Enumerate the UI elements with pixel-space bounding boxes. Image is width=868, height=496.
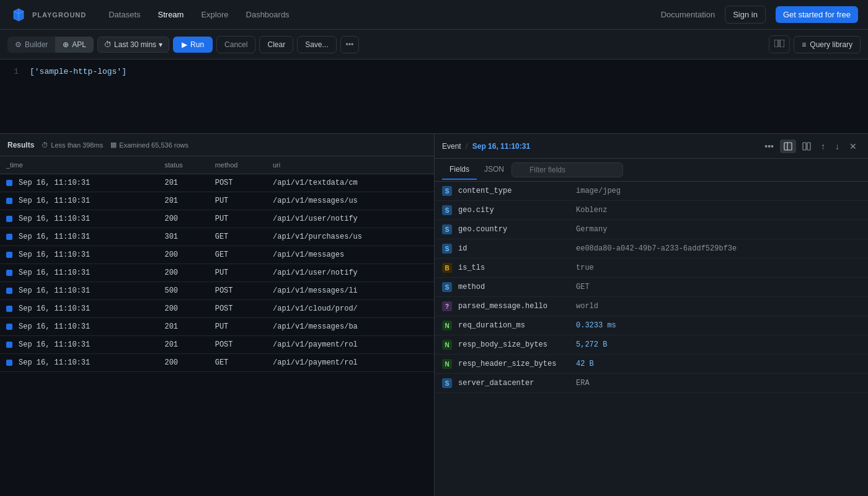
sign-in-button[interactable]: Sign in xyxy=(725,6,766,24)
close-detail-btn[interactable]: ✕ xyxy=(846,139,861,154)
svg-rect-5 xyxy=(807,143,810,150)
save-button[interactable]: Save... xyxy=(297,36,336,53)
svg-rect-1 xyxy=(780,40,784,47)
cell-method: PUT xyxy=(209,318,267,336)
table-row[interactable]: Sep 16, 11:10:31 200 POST /api/v1/cloud/… xyxy=(0,300,434,318)
cell-uri: /api/v1/payment/rol xyxy=(267,354,434,372)
field-row[interactable]: S server_datacenter ERA xyxy=(435,374,868,393)
field-row[interactable]: B is_tls true xyxy=(435,259,868,278)
field-row[interactable]: S content_type image/jpeg xyxy=(435,182,868,201)
field-row[interactable]: S geo.country Germany xyxy=(435,220,868,239)
cancel-button[interactable]: Cancel xyxy=(216,36,255,53)
cell-time: Sep 16, 11:10:31 xyxy=(0,246,158,264)
cell-method: GET xyxy=(209,228,267,246)
builder-button[interactable]: ⚙ Builder xyxy=(7,37,55,53)
cell-status: 200 xyxy=(158,264,208,282)
table-row[interactable]: Sep 16, 11:10:31 200 GET /api/v1/payment… xyxy=(0,354,434,372)
field-row[interactable]: S id ee08da80-a042-49b7-a233-6addf529bf3… xyxy=(435,239,868,259)
apl-button[interactable]: ⊕ APL xyxy=(55,37,94,53)
table-row[interactable]: Sep 16, 11:10:31 301 GET /api/v1/purchas… xyxy=(0,228,434,246)
next-event-btn[interactable]: ↓ xyxy=(831,139,843,154)
field-row[interactable]: N req_duration_ms 0.3233 ms xyxy=(435,316,868,335)
split-panel-btn[interactable] xyxy=(799,140,815,153)
table-row[interactable]: Sep 16, 11:10:31 200 PUT /api/v1/user/no… xyxy=(0,210,434,228)
field-row[interactable]: S method GET xyxy=(435,278,868,297)
field-value: GET xyxy=(576,283,861,291)
row-indicator xyxy=(6,270,12,276)
table-row[interactable]: Sep 16, 11:10:31 201 PUT /api/v1/message… xyxy=(0,192,434,210)
cell-status: 201 xyxy=(158,318,208,336)
cell-status: 201 xyxy=(158,174,208,192)
tab-json[interactable]: JSON xyxy=(477,160,512,180)
table-row[interactable]: Sep 16, 11:10:31 201 POST /api/v1/paymen… xyxy=(0,336,434,354)
field-row[interactable]: N resp_header_size_bytes 42 B xyxy=(435,355,868,374)
cell-uri: /api/v1/messages xyxy=(267,246,434,264)
prev-event-btn[interactable]: ↑ xyxy=(817,139,829,154)
field-value: true xyxy=(576,264,861,272)
main-container: ⚙ Builder ⊕ APL ⏱ Last 30 mins ▾ ▶ Run C… xyxy=(0,30,868,496)
cell-time: Sep 16, 11:10:31 xyxy=(0,192,158,210)
data-table: _time status method uri Sep 16, 11:10:31… xyxy=(0,156,434,372)
query-library-button[interactable]: ≡ Query library xyxy=(794,36,861,53)
time-picker[interactable]: ⏱ Last 30 mins ▾ xyxy=(97,37,169,53)
col-status: status xyxy=(158,156,208,174)
table-row[interactable]: Sep 16, 11:10:31 201 PUT /api/v1/message… xyxy=(0,318,434,336)
more-options-icon-btn[interactable]: ••• xyxy=(761,139,777,154)
nav-item-stream[interactable]: Stream xyxy=(151,6,192,23)
cell-method: POST xyxy=(209,336,267,354)
svg-rect-2 xyxy=(784,143,792,150)
field-value: Koblenz xyxy=(576,206,861,215)
single-panel-btn[interactable] xyxy=(780,140,796,153)
field-value: Germany xyxy=(576,225,861,234)
row-indicator xyxy=(6,342,12,348)
field-name: id xyxy=(458,244,570,253)
cell-uri: /api/v1/messages/li xyxy=(267,282,434,300)
editor-area[interactable]: 1 ['sample-http-logs'] xyxy=(0,60,868,134)
field-type-badge: S xyxy=(442,378,452,388)
editor-content[interactable]: ['sample-http-logs'] xyxy=(25,60,868,133)
clear-button[interactable]: Clear xyxy=(259,36,293,53)
cell-uri: /api/v1/user/notify xyxy=(267,210,434,228)
table-body: Sep 16, 11:10:31 201 POST /api/v1/textda… xyxy=(0,174,434,372)
get-started-button[interactable]: Get started for free xyxy=(776,6,858,23)
field-row[interactable]: N resp_body_size_bytes 5,272 B xyxy=(435,335,868,355)
row-indicator xyxy=(6,180,12,186)
field-type-badge: N xyxy=(442,321,452,330)
detail-header: Event / Sep 16, 11:10:31 ••• xyxy=(435,134,868,159)
toolbar: ⚙ Builder ⊕ APL ⏱ Last 30 mins ▾ ▶ Run C… xyxy=(0,30,868,60)
row-indicator xyxy=(6,360,12,366)
col-time: _time xyxy=(0,156,158,174)
play-icon: ▶ xyxy=(182,40,187,49)
field-name: resp_body_size_bytes xyxy=(458,340,570,349)
documentation-link[interactable]: Documentation xyxy=(661,10,715,19)
run-button[interactable]: ▶ Run xyxy=(173,37,213,53)
field-name: is_tls xyxy=(458,264,570,272)
nav-item-datasets[interactable]: Datasets xyxy=(101,6,148,23)
panel-layout-icon xyxy=(774,40,784,49)
nav-right: Documentation Sign in Get started for fr… xyxy=(661,6,858,24)
detail-breadcrumb: Event / Sep 16, 11:10:31 xyxy=(442,142,530,151)
field-row[interactable]: S geo.city Koblenz xyxy=(435,201,868,220)
fields-content: S content_type image/jpeg S geo.city Kob… xyxy=(435,182,868,496)
filter-fields-input[interactable] xyxy=(512,162,623,177)
table-row[interactable]: Sep 16, 11:10:31 200 GET /api/v1/message… xyxy=(0,246,434,264)
cell-method: PUT xyxy=(209,192,267,210)
field-row[interactable]: ? parsed_message.hello world xyxy=(435,297,868,316)
field-value: 5,272 B xyxy=(576,340,861,349)
nav-item-explore[interactable]: Explore xyxy=(193,6,236,23)
app-logo[interactable] xyxy=(10,6,27,24)
table-row[interactable]: Sep 16, 11:10:31 500 POST /api/v1/messag… xyxy=(0,282,434,300)
table-row[interactable]: Sep 16, 11:10:31 201 POST /api/v1/textda… xyxy=(0,174,434,192)
panel-toggle-button[interactable] xyxy=(769,35,790,53)
field-name: req_duration_ms xyxy=(458,321,570,330)
tab-fields[interactable]: Fields xyxy=(442,160,477,180)
nav-item-dashboards[interactable]: Dashboards xyxy=(239,6,297,23)
top-navigation: PLAYGROUND Datasets Stream Explore Dashb… xyxy=(0,0,868,30)
cell-status: 500 xyxy=(158,282,208,300)
col-method: method xyxy=(209,156,267,174)
field-name: method xyxy=(458,283,570,291)
more-options-button[interactable]: ••• xyxy=(340,36,360,53)
cell-status: 200 xyxy=(158,210,208,228)
table-row[interactable]: Sep 16, 11:10:31 200 PUT /api/v1/user/no… xyxy=(0,264,434,282)
cell-time: Sep 16, 11:10:31 xyxy=(0,264,158,282)
